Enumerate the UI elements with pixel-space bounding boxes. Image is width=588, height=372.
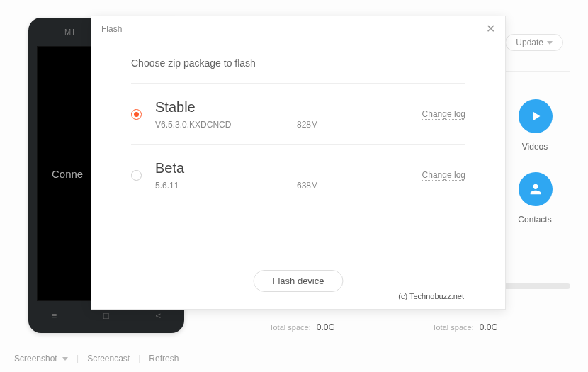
radio-stable[interactable] — [131, 109, 142, 120]
flash-option-beta[interactable]: Beta 5.6.11 638M Change log — [131, 144, 465, 205]
flash-modal: Flash ✕ Choose zip package to flash Stab… — [91, 16, 506, 310]
changelog-link[interactable]: Change log — [422, 170, 465, 181]
separator: | — [138, 354, 140, 363]
refresh-button[interactable]: Refresh — [149, 354, 179, 363]
total-space-label: Total space: — [432, 323, 474, 332]
contacts-label: Contacts — [510, 215, 560, 225]
flash-option-stable[interactable]: Stable V6.5.3.0.KXDCNCD 828M Change log — [131, 83, 465, 144]
phone-logo: MI — [64, 28, 76, 36]
close-icon[interactable]: ✕ — [486, 23, 495, 35]
watermark-text: (c) Technobuzz.net — [398, 292, 464, 300]
screenshot-button[interactable]: Screenshot — [14, 354, 68, 363]
option-name: Beta — [155, 160, 422, 176]
update-label: Update — [516, 38, 543, 47]
screencast-button[interactable]: Screencast — [87, 354, 130, 363]
option-name: Stable — [155, 99, 422, 115]
contacts-icon[interactable] — [519, 172, 553, 206]
total-space-right: Total space: 0.0G — [432, 322, 498, 332]
option-size: 638M — [297, 181, 368, 191]
person-icon — [528, 181, 543, 197]
chevron-down-icon — [62, 357, 68, 361]
option-size: 828M — [297, 120, 368, 130]
videos-icon[interactable] — [519, 99, 553, 133]
phone-status-text: Conne — [52, 168, 83, 180]
update-button[interactable]: Update — [505, 34, 563, 51]
modal-header: Flash ✕ — [91, 16, 505, 42]
option-version: V6.5.3.0.KXDCNCD — [155, 120, 297, 130]
flash-device-button[interactable]: Flash device — [254, 270, 344, 292]
changelog-link[interactable]: Change log — [422, 109, 465, 120]
total-space-value: 0.0G — [480, 322, 498, 332]
videos-label: Videos — [510, 142, 560, 152]
play-triangle-icon — [528, 108, 543, 124]
option-version: 5.6.11 — [155, 181, 297, 191]
nav-home-icon: □ — [103, 310, 109, 321]
total-space-left: Total space: 0.0G — [269, 322, 335, 332]
screenshot-label: Screenshot — [14, 354, 57, 363]
radio-beta[interactable] — [131, 170, 142, 181]
bottom-toolbar: Screenshot | Screencast | Refresh — [14, 354, 179, 363]
modal-body: Choose zip package to flash Stable V6.5.… — [91, 42, 505, 205]
nav-back-icon: < — [156, 310, 162, 321]
nav-menu-icon: ≡ — [52, 310, 57, 321]
total-space-value: 0.0G — [317, 322, 335, 332]
modal-title: Flash — [101, 24, 122, 34]
total-space-label: Total space: — [269, 323, 311, 332]
modal-prompt: Choose zip package to flash — [131, 57, 465, 69]
chevron-down-icon — [547, 41, 553, 45]
separator: | — [77, 354, 79, 363]
